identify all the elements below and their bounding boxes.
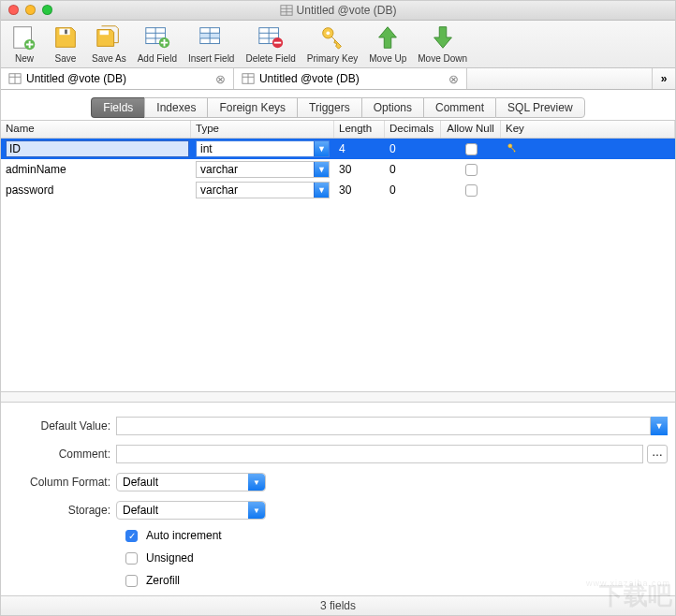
document-tabs: Untitled @vote (DB) ⊗ Untitled @vote (DB… — [1, 68, 675, 90]
table-icon — [242, 72, 255, 85]
table-row[interactable]: passwordvarchar▼300 — [1, 180, 675, 200]
insert-field-icon — [197, 22, 227, 52]
field-properties-form: Default Value: ▼ Comment: … Column Forma… — [1, 403, 675, 595]
tab-triggers[interactable]: Triggers — [297, 97, 361, 118]
table-row[interactable]: adminNamevarchar▼300 — [1, 159, 675, 180]
delete-field-icon — [256, 22, 286, 52]
col-header-allow-null[interactable]: Allow Null — [441, 121, 501, 138]
field-type-select[interactable]: varchar▼ — [196, 182, 330, 198]
col-header-length[interactable]: Length — [334, 121, 385, 138]
save-as-icon — [94, 22, 124, 52]
zerofill-label: Zerofill — [146, 574, 180, 587]
arrow-down-icon — [428, 22, 458, 52]
field-decimals-cell[interactable]: 0 — [385, 142, 441, 155]
comment-input[interactable] — [116, 445, 643, 463]
toolbar: New Save Save As Add Field Insert Field … — [1, 21, 675, 69]
tab-fields[interactable]: Fields — [91, 97, 144, 118]
chevron-down-icon: ▼ — [248, 474, 265, 491]
add-field-icon — [142, 22, 172, 52]
field-length-cell[interactable]: 30 — [334, 183, 385, 197]
storage-select[interactable]: Default▼ — [116, 501, 266, 520]
save-button[interactable]: Save — [46, 22, 85, 64]
grid-body[interactable]: int▼40adminNamevarchar▼300passwordvarcha… — [1, 139, 675, 391]
table-icon — [8, 72, 22, 85]
auto-increment-label: Auto increment — [146, 529, 222, 542]
delete-field-button[interactable]: Delete Field — [241, 22, 300, 64]
table-row[interactable]: int▼40 — [1, 139, 675, 159]
key-icon — [317, 22, 347, 52]
window-title: Untitled @vote (DB) — [1, 4, 675, 17]
mode-tabs: Fields Indexes Foreign Keys Triggers Opt… — [1, 95, 675, 120]
field-key-cell[interactable] — [501, 141, 675, 157]
new-icon — [9, 22, 39, 52]
tab-foreign-keys[interactable]: Foreign Keys — [207, 97, 297, 118]
svg-point-25 — [326, 31, 330, 35]
save-icon — [51, 22, 81, 52]
primary-key-icon — [506, 141, 519, 154]
field-name-cell[interactable]: adminName — [1, 163, 191, 176]
comment-label: Comment: — [8, 447, 116, 461]
col-header-name[interactable]: Name — [1, 121, 191, 138]
auto-increment-checkbox[interactable] — [125, 530, 138, 542]
tab-label: Untitled @vote (DB) — [259, 72, 360, 85]
col-header-type[interactable]: Type — [191, 121, 334, 138]
watermark-url: www.xiazaiba.com — [586, 579, 670, 588]
tab-options[interactable]: Options — [361, 97, 423, 118]
doc-tab-0[interactable]: Untitled @vote (DB) ⊗ — [1, 68, 234, 89]
col-header-key[interactable]: Key — [501, 121, 675, 138]
save-as-button[interactable]: Save As — [87, 22, 131, 64]
status-bar: 3 fields — [1, 595, 675, 615]
chevron-down-icon: ▼ — [314, 183, 329, 198]
default-value-label: Default Value: — [8, 419, 116, 433]
comment-more-button[interactable]: … — [647, 445, 668, 463]
doc-tab-1[interactable]: Untitled @vote (DB) ⊗ — [234, 68, 467, 89]
titlebar: Untitled @vote (DB) — [1, 1, 675, 21]
close-tab-icon[interactable]: ⊗ — [215, 72, 226, 86]
allow-null-checkbox[interactable] — [465, 164, 478, 176]
tab-label: Untitled @vote (DB) — [26, 72, 126, 85]
tab-sql-preview[interactable]: SQL Preview — [495, 97, 585, 118]
tab-comment[interactable]: Comment — [423, 97, 495, 118]
tabs-overflow-button[interactable]: » — [653, 68, 675, 89]
field-type-select[interactable]: int▼ — [196, 140, 330, 157]
column-format-select[interactable]: Default▼ — [116, 473, 266, 491]
col-header-decimals[interactable]: Decimals — [385, 121, 441, 138]
field-decimals-cell[interactable]: 0 — [385, 163, 441, 176]
chevron-down-icon: ▼ — [314, 141, 329, 156]
table-icon — [280, 4, 293, 17]
zerofill-checkbox[interactable] — [125, 575, 138, 587]
field-name-cell[interactable]: password — [1, 183, 191, 197]
field-length-cell[interactable]: 4 — [334, 142, 385, 155]
fields-grid: Name Type Length Decimals Allow Null Key… — [1, 120, 675, 391]
splitter-handle[interactable] — [1, 391, 675, 403]
move-up-button[interactable]: Move Up — [364, 22, 411, 64]
allow-null-checkbox[interactable] — [465, 143, 478, 155]
insert-field-button[interactable]: Insert Field — [184, 22, 239, 64]
move-down-button[interactable]: Move Down — [413, 22, 472, 64]
field-decimals-cell[interactable]: 0 — [385, 183, 441, 197]
add-field-button[interactable]: Add Field — [133, 22, 182, 64]
tab-indexes[interactable]: Indexes — [144, 97, 207, 118]
column-format-label: Column Format: — [8, 476, 116, 489]
arrow-up-icon — [373, 22, 403, 52]
svg-rect-7 — [65, 29, 67, 34]
field-type-select[interactable]: varchar▼ — [196, 161, 330, 178]
chevron-down-icon: ▼ — [248, 502, 265, 519]
default-value-input[interactable] — [116, 417, 651, 435]
close-tab-icon[interactable]: ⊗ — [448, 72, 459, 86]
unsigned-checkbox[interactable] — [125, 552, 138, 565]
allow-null-checkbox[interactable] — [465, 184, 478, 197]
field-name-input[interactable] — [6, 140, 189, 157]
chevron-down-icon: ▼ — [314, 162, 329, 177]
field-length-cell[interactable]: 30 — [334, 163, 385, 176]
svg-rect-8 — [100, 30, 109, 35]
storage-label: Storage: — [8, 504, 116, 517]
default-value-dropdown[interactable]: ▼ — [651, 417, 668, 435]
new-button[interactable]: New — [5, 22, 44, 64]
primary-key-button[interactable]: Primary Key — [302, 22, 362, 64]
unsigned-label: Unsigned — [146, 551, 194, 565]
